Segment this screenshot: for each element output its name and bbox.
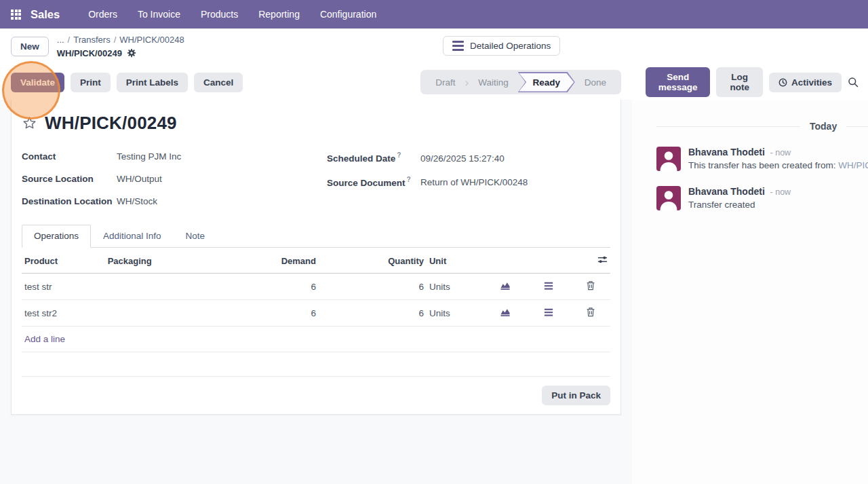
operations-table: Product Packaging Demand Quantity Unit <box>22 248 610 327</box>
nav-menu: Orders To Invoice Products Reporting Con… <box>80 5 384 24</box>
source-document-label: Source Document? <box>327 176 420 188</box>
top-navbar: Sales Orders To Invoice Products Reporti… <box>0 0 868 29</box>
empty-table-space <box>22 352 610 377</box>
action-bar: Validate Print Print Labels Cancel Draft… <box>0 64 868 100</box>
message-author[interactable]: Bhavana Thodeti <box>688 186 765 197</box>
forecast-chart-icon[interactable] <box>484 274 526 300</box>
cell-unit[interactable]: Units <box>427 300 484 327</box>
breadcrumb-ellipsis[interactable]: ... <box>57 35 64 45</box>
chatter-message: Bhavana Thodeti - now This transfer has … <box>656 147 868 171</box>
nav-item-products[interactable]: Products <box>193 5 246 24</box>
app-name[interactable]: Sales <box>31 8 60 21</box>
control-panel-breadcrumb-row: New .../Transfers/WH/PICK/00248 WH/PICK/… <box>0 29 868 64</box>
message-time: - now <box>770 148 791 157</box>
delete-trash-icon[interactable] <box>572 274 610 300</box>
chatter-message: Bhavana Thodeti - now Transfer created <box>656 186 868 210</box>
contact-value[interactable]: Testing PJM Inc <box>117 151 181 162</box>
help-icon: ? <box>397 151 401 159</box>
message-record-link[interactable]: WH/PICK/00248 <box>838 160 868 170</box>
delete-trash-icon[interactable] <box>572 300 610 327</box>
cell-unit[interactable]: Units <box>427 274 484 300</box>
state-done[interactable]: Done <box>576 77 614 88</box>
chatter-panel: Today Bhavana Thodeti - now This transfe… <box>632 100 868 484</box>
cell-demand[interactable]: 6 <box>228 274 319 300</box>
form-sheet: WH/PICK/00249 Contact Testing PJM Inc So… <box>11 100 621 415</box>
cell-product[interactable]: test str2 <box>22 300 105 327</box>
tab-operations[interactable]: Operations <box>22 225 91 248</box>
activities-button[interactable]: Activities <box>769 73 842 92</box>
table-row[interactable]: test str2 6 6 Units <box>22 300 610 327</box>
date-divider-label: Today <box>810 121 837 132</box>
detailed-operations-list-icon[interactable] <box>526 300 572 327</box>
main-content: WH/PICK/00249 Contact Testing PJM Inc So… <box>0 100 868 484</box>
cell-packaging[interactable] <box>105 300 228 327</box>
source-location-label: Source Location <box>22 174 117 184</box>
state-draft[interactable]: Draft <box>427 77 463 88</box>
nav-item-to-invoice[interactable]: To Invoice <box>130 5 189 24</box>
col-quantity[interactable]: Quantity <box>319 248 427 274</box>
tab-note[interactable]: Note <box>174 225 218 247</box>
nav-item-configuration[interactable]: Configuration <box>312 5 384 24</box>
favorite-star-icon[interactable] <box>22 115 37 131</box>
avatar[interactable] <box>656 186 681 210</box>
send-message-button[interactable]: Send message <box>646 67 710 97</box>
cell-packaging[interactable] <box>105 274 228 300</box>
table-row[interactable]: test str 6 6 Units <box>22 274 610 300</box>
state-waiting[interactable]: Waiting <box>470 77 517 88</box>
gear-icon[interactable] <box>127 48 136 58</box>
message-body: Transfer created <box>688 200 791 210</box>
cell-quantity[interactable]: 6 <box>319 274 427 300</box>
col-demand[interactable]: Demand <box>228 248 319 274</box>
status-pipeline: Draft › Waiting Ready Done <box>420 70 621 94</box>
col-unit[interactable]: Unit <box>427 248 484 274</box>
cell-demand[interactable]: 6 <box>228 300 319 327</box>
col-product[interactable]: Product <box>22 248 105 274</box>
log-note-button[interactable]: Log note <box>716 67 763 97</box>
col-packaging[interactable]: Packaging <box>105 248 228 274</box>
source-document-value[interactable]: Return of WH/PICK/00248 <box>420 177 528 187</box>
list-bars-icon <box>452 41 464 51</box>
help-icon: ? <box>407 176 411 183</box>
notebook-tabs: Operations Additional Info Note <box>22 225 610 248</box>
print-button[interactable]: Print <box>71 73 111 92</box>
form-view: WH/PICK/00249 Contact Testing PJM Inc So… <box>0 100 632 484</box>
forecast-chart-icon[interactable] <box>484 300 526 327</box>
detailed-operations-button[interactable]: Detailed Operations <box>443 36 560 56</box>
nav-item-orders[interactable]: Orders <box>80 5 125 24</box>
destination-location-value[interactable]: WH/Stock <box>117 196 157 206</box>
destination-location-label: Destination Location <box>22 196 117 206</box>
breadcrumb-current: WH/PICK/00249 <box>57 47 122 60</box>
cancel-button[interactable]: Cancel <box>194 73 243 92</box>
chatter-toolbar: Send message Log note Activities <box>621 67 868 97</box>
breadcrumb: .../Transfers/WH/PICK/00248 WH/PICK/0024… <box>57 33 184 60</box>
cell-quantity[interactable]: 6 <box>319 300 427 327</box>
search-icon[interactable] <box>848 77 868 88</box>
breadcrumb-parent-record[interactable]: WH/PICK/00248 <box>119 35 184 45</box>
state-ready-active[interactable]: Ready <box>518 72 575 92</box>
optional-columns-icon[interactable] <box>597 255 608 265</box>
print-labels-button[interactable]: Print Labels <box>117 73 188 92</box>
message-author[interactable]: Bhavana Thodeti <box>688 147 765 157</box>
date-divider: Today <box>656 121 868 132</box>
message-time: - now <box>770 187 791 197</box>
put-in-pack-button[interactable]: Put in Pack <box>542 386 610 405</box>
chevron-right-icon: › <box>465 77 469 88</box>
avatar[interactable] <box>656 147 681 171</box>
source-location-value[interactable]: WH/Output <box>117 174 162 184</box>
message-body: This transfer has been created from: WH/… <box>688 160 868 170</box>
scheduled-date-value[interactable]: 09/26/2025 15:27:40 <box>420 153 505 164</box>
clock-icon <box>778 78 787 87</box>
scheduled-date-label: Scheduled Date? <box>327 151 420 164</box>
contact-label: Contact <box>22 151 117 162</box>
record-title[interactable]: WH/PICK/00249 <box>45 113 177 134</box>
new-button[interactable]: New <box>11 37 49 56</box>
nav-item-reporting[interactable]: Reporting <box>250 5 308 24</box>
tab-additional-info[interactable]: Additional Info <box>91 225 174 247</box>
detailed-operations-list-icon[interactable] <box>526 274 572 300</box>
breadcrumb-transfers[interactable]: Transfers <box>73 35 110 45</box>
cell-product[interactable]: test str <box>22 274 105 300</box>
validate-button[interactable]: Validate <box>11 73 64 92</box>
apps-grid-icon[interactable] <box>11 10 21 20</box>
table-header-row: Product Packaging Demand Quantity Unit <box>22 248 610 274</box>
add-a-line-link[interactable]: Add a line <box>22 327 610 352</box>
